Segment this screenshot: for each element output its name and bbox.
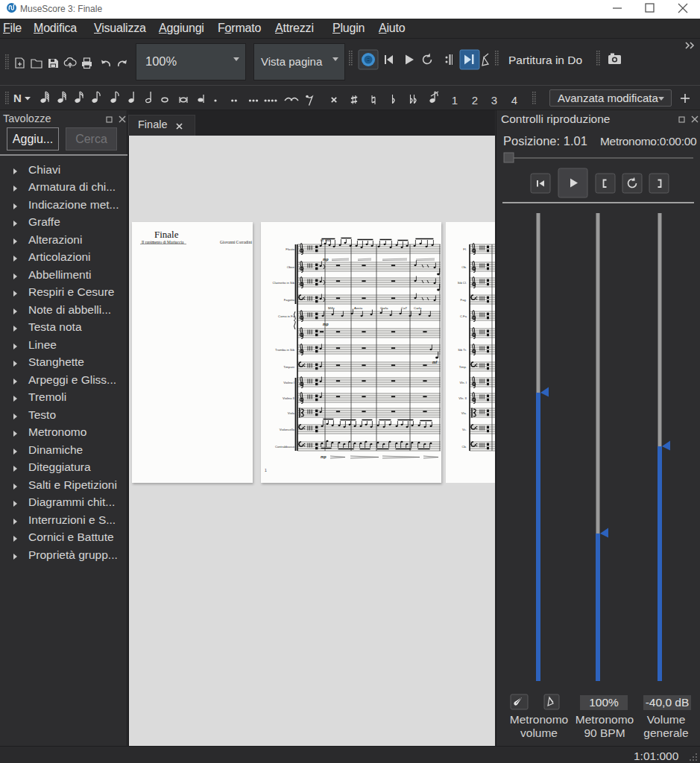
- svg-text:Violino I: Violino I: [283, 381, 294, 384]
- svg-text:Flauto: Flauto: [286, 247, 294, 251]
- svg-text:Vc.: Vc.: [462, 428, 467, 431]
- svg-text:Aosta: Aosta: [354, 306, 363, 310]
- svg-text:Fagotto: Fagotto: [284, 298, 295, 302]
- svg-text:Corno in Fa: Corno in Fa: [278, 314, 295, 318]
- svg-text:Violino II: Violino II: [283, 396, 294, 400]
- svg-text:Clarinetto in Sib: Clarinetto in Sib: [272, 281, 294, 285]
- svg-text:C.Fa: C.Fa: [460, 314, 467, 318]
- svg-text:1: 1: [452, 94, 458, 107]
- svg-text:Contrabbasso: Contrabbasso: [275, 445, 295, 449]
- svg-text:Viola: Viola: [288, 411, 295, 415]
- svg-text:mp: mp: [321, 455, 327, 459]
- svg-text:Carla: Carla: [380, 306, 388, 310]
- svg-text:Timp.: Timp.: [459, 365, 467, 369]
- svg-text:Vln. II: Vln. II: [458, 396, 467, 400]
- svg-text:Sib Cl.: Sib Cl.: [458, 281, 467, 285]
- svg-text:4: 4: [511, 94, 517, 107]
- svg-text:Carla: Carla: [414, 306, 422, 310]
- svg-text:Vln. I: Vln. I: [459, 381, 467, 384]
- svg-text:3: 3: [491, 94, 497, 107]
- svg-text:Tromba in Sib: Tromba in Sib: [275, 348, 295, 352]
- svg-text:Sib Tr.: Sib Tr.: [458, 348, 467, 352]
- svg-text:N: N: [13, 92, 22, 104]
- svg-text:Timpani: Timpani: [283, 365, 294, 369]
- svg-text:2: 2: [472, 94, 478, 107]
- svg-text:1: 1: [265, 468, 267, 472]
- svg-text:Vla.: Vla.: [461, 411, 467, 415]
- svg-text:Oboe: Oboe: [287, 265, 295, 269]
- svg-text:Fag.: Fag.: [461, 298, 467, 302]
- svg-text:Ob.: Ob.: [461, 265, 467, 269]
- svg-text:CaT: CaT: [401, 306, 408, 310]
- svg-text:mp: mp: [323, 257, 329, 262]
- svg-text:Milly: Milly: [328, 306, 335, 310]
- svg-text:mp: mp: [323, 322, 329, 326]
- svg-text:Fl.: Fl.: [463, 247, 467, 251]
- svg-text:Cb.: Cb.: [461, 445, 467, 449]
- svg-text:rit. Mib: rit. Mib: [321, 238, 331, 242]
- svg-text:Violoncello: Violoncello: [280, 428, 295, 431]
